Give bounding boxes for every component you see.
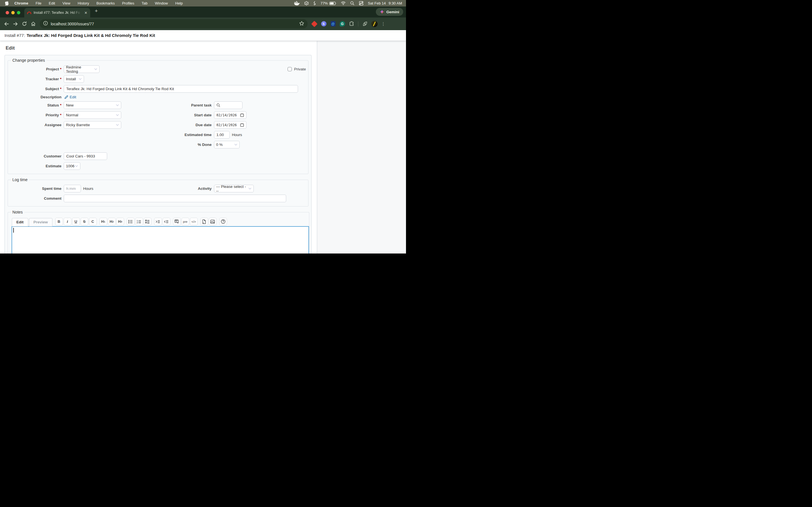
- menubar-item-tab[interactable]: Tab: [142, 1, 147, 5]
- wiki-link-button[interactable]: ∞: [200, 218, 208, 225]
- italic-button[interactable]: I: [64, 218, 71, 225]
- browser-tab-active[interactable]: Install #77: Teraflex Jk: Hd Fo ✕: [24, 8, 90, 17]
- tracker-select[interactable]: Install: [64, 75, 84, 83]
- browser-menu-icon[interactable]: ⋮: [381, 21, 386, 26]
- badge-status-icon[interactable]: [304, 1, 309, 6]
- start-date-input[interactable]: 02/14/2026: [214, 111, 246, 119]
- description-edit-link[interactable]: Edit: [70, 95, 76, 99]
- extension-adblock-icon[interactable]: [312, 21, 317, 27]
- notes-tab-edit[interactable]: Edit: [12, 218, 28, 226]
- menubar-item-bookmarks[interactable]: Bookmarks: [96, 1, 115, 5]
- window-close-button[interactable]: [6, 11, 9, 14]
- window-controls: [6, 11, 20, 14]
- activity-select[interactable]: --- Please select ---: [214, 185, 254, 192]
- table-button[interactable]: [173, 218, 181, 225]
- assignee-select[interactable]: Ricky Barrette: [64, 121, 121, 129]
- control-center-icon[interactable]: [359, 1, 363, 5]
- parent-task-label: Parent task: [158, 103, 212, 107]
- site-info-icon[interactable]: [43, 21, 48, 27]
- customer-input[interactable]: Cool Cars - 9933: [64, 152, 107, 160]
- quote-button[interactable]: [154, 218, 162, 225]
- subject-input[interactable]: Teraflex Jk: Hd Forged Drag Link Kit & H…: [64, 85, 298, 93]
- bold-button[interactable]: B: [55, 218, 63, 225]
- new-tab-button[interactable]: +: [95, 8, 98, 13]
- back-button[interactable]: [4, 22, 9, 26]
- window-zoom-button[interactable]: [17, 11, 20, 14]
- tab-close-icon[interactable]: ✕: [84, 11, 87, 15]
- macos-menu-bar: Chrome FileEditViewHistoryBookmarksProfi…: [0, 0, 406, 6]
- code-block-button[interactable]: </>: [190, 218, 198, 225]
- comment-input[interactable]: [64, 194, 286, 202]
- heading-2-button[interactable]: H2: [108, 218, 116, 225]
- underline-button[interactable]: U: [72, 218, 80, 225]
- estimate-select[interactable]: 1006: [64, 162, 80, 170]
- notes-textarea[interactable]: [11, 226, 309, 253]
- extension-s-icon[interactable]: S: [321, 21, 326, 27]
- status-select[interactable]: New: [64, 101, 121, 109]
- definition-list-button[interactable]: [144, 218, 151, 225]
- issue-id: Install #77:: [4, 33, 25, 38]
- private-checkbox[interactable]: [288, 67, 292, 71]
- help-button[interactable]: [219, 218, 227, 225]
- menubar-app-name[interactable]: Chrome: [14, 1, 28, 5]
- percent-done-select[interactable]: 0 %: [214, 141, 240, 149]
- issue-edit-form: Change properties Project Redmine Testin…: [4, 55, 312, 253]
- notes-tab-preview[interactable]: Preview: [29, 218, 52, 226]
- address-bar[interactable]: localhost:3000/issues/77: [40, 19, 308, 29]
- extension-password-manager-icon[interactable]: @: [330, 21, 336, 27]
- menubar-item-window[interactable]: Window: [155, 1, 168, 5]
- change-properties-fieldset: Change properties Project Redmine Testin…: [8, 58, 308, 174]
- page-title: Edit: [6, 45, 317, 51]
- project-label: Project: [8, 67, 61, 71]
- battery-indicator[interactable]: 77%: [320, 1, 336, 5]
- parent-task-input[interactable]: [214, 101, 243, 109]
- docker-icon[interactable]: [294, 1, 300, 5]
- home-button[interactable]: [31, 21, 36, 26]
- menubar-item-view[interactable]: View: [62, 1, 70, 5]
- estimated-time-suffix: Hours: [232, 133, 242, 137]
- url-text[interactable]: localhost:3000/issues/77: [51, 22, 296, 26]
- priority-select[interactable]: Normal: [64, 111, 121, 119]
- ordered-list-button[interactable]: 12: [135, 218, 143, 225]
- menubar-item-help[interactable]: Help: [175, 1, 183, 5]
- unordered-list-button[interactable]: [127, 218, 135, 225]
- apple-logo-icon[interactable]: [5, 1, 9, 5]
- estimated-time-input[interactable]: 1.00: [214, 131, 230, 138]
- project-select[interactable]: Redmine Testing: [64, 65, 100, 73]
- squiggle-status-icon[interactable]: [313, 1, 316, 6]
- chevron-down-icon: [234, 144, 238, 146]
- battery-saver-icon[interactable]: [362, 21, 368, 27]
- due-date-input[interactable]: 02/14/2026: [214, 121, 246, 129]
- menubar-item-history[interactable]: History: [78, 1, 89, 5]
- spent-time-input[interactable]: h:mm: [64, 185, 81, 192]
- chevron-down-icon: [116, 114, 119, 116]
- spotlight-search-icon[interactable]: [350, 1, 354, 5]
- customer-label: Customer: [8, 154, 61, 158]
- forward-button[interactable]: [13, 22, 18, 26]
- gemini-button[interactable]: Gemini: [376, 8, 403, 16]
- menubar-clock[interactable]: Sat Feb 14 9:30 AM: [368, 1, 402, 5]
- chevron-down-icon: [75, 165, 78, 167]
- menubar-item-edit[interactable]: Edit: [49, 1, 55, 5]
- wifi-icon[interactable]: [341, 1, 346, 5]
- unquote-button[interactable]: [163, 218, 170, 225]
- inline-code-button[interactable]: C: [89, 218, 97, 225]
- extension-grammarly-icon[interactable]: G: [340, 21, 345, 27]
- svg-text:1: 1: [137, 220, 138, 222]
- assignee-label: Assignee: [8, 123, 61, 127]
- image-button[interactable]: [209, 218, 216, 225]
- heading-1-button[interactable]: H1: [100, 218, 107, 225]
- profile-avatar[interactable]: [371, 21, 377, 27]
- reload-button[interactable]: [22, 21, 27, 26]
- redmine-favicon: [27, 11, 31, 14]
- strikethrough-button[interactable]: S: [81, 218, 88, 225]
- preformatted-text-button[interactable]: pre: [182, 218, 189, 225]
- bookmark-star-icon[interactable]: [299, 21, 304, 27]
- extensions-puzzle-icon[interactable]: [349, 21, 354, 27]
- heading-3-button[interactable]: H3: [116, 218, 124, 225]
- tab-title: Install #77: Teraflex Jk: Hd Fo: [34, 11, 83, 15]
- menubar-item-file[interactable]: File: [36, 1, 42, 5]
- window-minimize-button[interactable]: [11, 11, 15, 14]
- menubar-item-profiles[interactable]: Profiles: [122, 1, 134, 5]
- spent-time-suffix: Hours: [83, 186, 93, 191]
